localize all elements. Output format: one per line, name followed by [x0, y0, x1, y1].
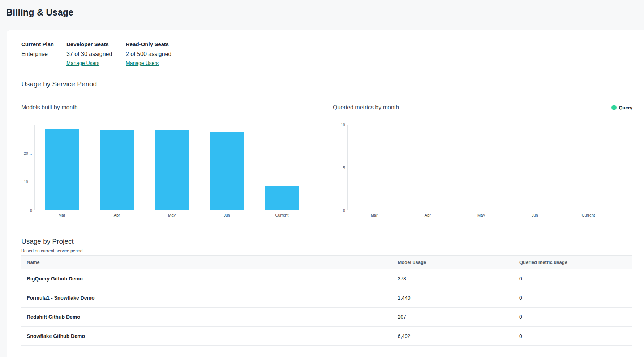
- bar-slot: [90, 125, 145, 210]
- table-row: BigQuery Github Demo 378 0: [21, 269, 632, 288]
- project-name-cell: BigQuery Github Demo: [21, 276, 392, 282]
- model-usage-cell: 1,440: [392, 295, 514, 301]
- page-title: Billing & Usage: [6, 7, 644, 18]
- y-tick-label: 10…: [24, 180, 32, 184]
- bar-mar: [45, 129, 79, 210]
- queried-metrics-chart-header: Queried metrics by month Query: [333, 104, 632, 111]
- x-tick-label: Apr: [401, 213, 454, 217]
- queried-metric-usage-cell: 0: [514, 276, 632, 282]
- table-header-row: Name Model usage Queried metric usage: [21, 256, 632, 269]
- x-tick-label: Current: [562, 213, 615, 217]
- y-tick-label: 10: [341, 123, 345, 127]
- developer-manage-users-link[interactable]: Manage Users: [66, 60, 99, 66]
- bar-slot: [455, 125, 508, 210]
- developer-seats-value: 37 of 30 assigned: [66, 51, 126, 57]
- model-usage-cell: 378: [392, 276, 514, 282]
- y-tick-label: 20…: [24, 151, 32, 156]
- plot-area: [347, 125, 615, 210]
- charts-row: Models built by month 010…20… MarAprMayJ…: [21, 104, 632, 217]
- column-header-model-usage: Model usage: [392, 260, 514, 265]
- usage-by-service-period-heading: Usage by Service Period: [21, 80, 632, 88]
- queried-metrics-chart-body: 0510: [333, 125, 632, 210]
- x-tick-label: Apr: [89, 213, 144, 217]
- bar-slot: [348, 125, 401, 210]
- model-usage-cell: 207: [392, 314, 514, 320]
- queried-metric-usage-cell: 0: [514, 295, 632, 301]
- y-axis: 0510: [333, 125, 347, 210]
- x-axis-spacer: [333, 213, 347, 217]
- developer-seats-label: Developer Seats: [66, 41, 126, 47]
- y-tick-label: 5: [343, 166, 345, 170]
- x-tick-label: Mar: [347, 213, 401, 217]
- current-plan-column: Current Plan Enterprise: [21, 41, 66, 60]
- project-name-cell: Snowflake Github Demo: [21, 333, 392, 339]
- bar-slot: [145, 125, 199, 210]
- queried-metric-usage-cell: 0: [514, 333, 632, 339]
- billing-card: Current Plan Enterprise Developer Seats …: [7, 30, 644, 357]
- y-tick-label: 0: [343, 208, 345, 213]
- x-axis: MarAprMayJunCurrent: [333, 213, 615, 217]
- bar-slot: [508, 125, 562, 210]
- readonly-seats-column: Read-Only Seats 2 of 500 assigned Manage…: [126, 41, 171, 66]
- current-plan-label: Current Plan: [21, 41, 66, 47]
- readonly-manage-users-link[interactable]: Manage Users: [126, 60, 159, 66]
- models-built-chart-title: Models built by month: [21, 104, 78, 111]
- legend-dot-icon: [611, 105, 617, 110]
- bar-slot: [35, 125, 90, 210]
- developer-seats-column: Developer Seats 37 of 30 assigned Manage…: [66, 41, 126, 66]
- bar-current: [265, 186, 299, 210]
- table-body: BigQuery Github Demo 378 0 Formula1 - Sn…: [21, 269, 632, 346]
- y-tick-label: 0: [30, 208, 32, 213]
- current-plan-value: Enterprise: [21, 51, 66, 57]
- readonly-seats-label: Read-Only Seats: [126, 41, 171, 47]
- queried-metrics-chart: Queried metrics by month Query 0510 MarA…: [333, 104, 632, 217]
- models-built-chart: Models built by month 010…20… MarAprMayJ…: [21, 104, 309, 217]
- x-axis: MarAprMayJunCurrent: [21, 213, 309, 217]
- column-header-name: Name: [21, 260, 392, 265]
- x-tick-label: May: [144, 213, 199, 217]
- bar-apr: [100, 130, 134, 210]
- models-built-chart-body: 010…20…: [21, 125, 309, 210]
- x-tick-label: Current: [254, 213, 309, 217]
- bar-jun: [210, 132, 244, 210]
- top-bar: Billing & Usage: [0, 0, 644, 30]
- x-tick-label: Jun: [199, 213, 254, 217]
- y-axis: 010…20…: [21, 125, 34, 210]
- plot-area: [34, 125, 309, 210]
- table-footer-spacer: [21, 346, 632, 355]
- models-built-chart-header: Models built by month: [21, 104, 309, 111]
- chart-legend: Query: [611, 105, 632, 110]
- readonly-seats-value: 2 of 500 assigned: [126, 51, 171, 57]
- x-tick-label: Mar: [34, 213, 89, 217]
- project-name-cell: Redshift Github Demo: [21, 314, 392, 320]
- bar-slot: [199, 125, 254, 210]
- usage-by-project-heading: Usage by Project: [21, 238, 632, 245]
- project-name-cell: Formula1 - Snowflake Demo: [21, 295, 392, 301]
- x-tick-label: May: [454, 213, 508, 217]
- usage-by-project-table: Name Model usage Queried metric usage Bi…: [21, 255, 632, 355]
- model-usage-cell: 6,492: [392, 333, 514, 339]
- plan-summary: Current Plan Enterprise Developer Seats …: [21, 41, 632, 66]
- table-row: Redshift Github Demo 207 0: [21, 308, 632, 327]
- legend-label: Query: [619, 105, 632, 110]
- queried-metrics-chart-title: Queried metrics by month: [333, 104, 399, 111]
- x-tick-label: Jun: [508, 213, 562, 217]
- table-subheading: Based on current service period.: [21, 248, 632, 253]
- x-axis-spacer: [21, 213, 34, 217]
- bar-slot: [562, 125, 615, 210]
- table-row: Snowflake Github Demo 6,492 0: [21, 327, 632, 346]
- queried-metric-usage-cell: 0: [514, 314, 632, 320]
- table-row: Formula1 - Snowflake Demo 1,440 0: [21, 288, 632, 308]
- bar-slot: [401, 125, 455, 210]
- bar-may: [155, 130, 189, 210]
- column-header-queried-metric-usage: Queried metric usage: [514, 260, 632, 265]
- bar-slot: [254, 125, 309, 210]
